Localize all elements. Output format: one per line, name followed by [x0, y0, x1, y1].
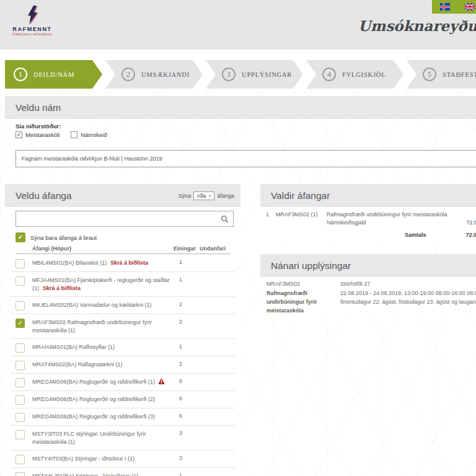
course-checkbox[interactable]: ✓ [15, 378, 25, 387]
iceland-flag-icon[interactable] [440, 3, 450, 11]
course-checkbox[interactable]: ✓ [15, 259, 25, 268]
filter-results-label: Sía niðurstöður: [15, 123, 61, 130]
course-units: 6 [179, 378, 182, 384]
program-section-header: Veldu nám [5, 96, 476, 119]
top-header: RAFMENNT Fræðslusetur rafiðnaðarins Umsó… [0, 0, 476, 50]
search-icon[interactable] [221, 215, 229, 223]
course-name: MREG4MS06(BA) Reglugerðir og rafdreifike… [32, 413, 175, 421]
course-name: MREG4MS06(BA) Reglugerðir og rafdreifike… [32, 378, 175, 386]
rafmennt-logo[interactable]: RAFMENNT Fræðslusetur rafiðnaðarins [6, 5, 58, 36]
course-search-box [15, 211, 234, 227]
selected-fee-amount: 72.000 kr. [415, 219, 476, 226]
program-type-checkbox[interactable]: ✓ Meistaraskóli [15, 131, 60, 138]
course-row: ✓ MREG4MS06(BA) Reglugerðir og rafdreifi… [11, 374, 235, 391]
course-row: ✓ MRAH4MS01(BA) Rafhreyflar (1) 1 [11, 339, 235, 356]
brand-name: RAFMENNT [6, 26, 58, 32]
checkbox[interactable]: ✓ [15, 131, 22, 138]
course-name: MKÆL4MS02(BA) Varmadælur og kælitækni (1… [32, 301, 175, 309]
course-name: MRAH4MS01(BA) Rafhreyflar (1) [32, 343, 175, 351]
waitlist-link[interactable]: Skrá á biðlista [110, 260, 148, 266]
course-name-text: MRAT4MS02(BA) Raflagnatækni (1) [32, 361, 122, 368]
stepper-step[interactable]: 5 STAÐFESTA [407, 60, 476, 89]
course-units: 2 [179, 361, 182, 367]
column-units: Einingar [174, 245, 196, 252]
details-dates: 22.08.2019 - 24.08.2019, 13:00-19:00 08:… [340, 290, 476, 296]
details-schedule: 22.08.2019 - 24.08.2019, 13:00-19:00 08:… [340, 289, 476, 306]
course-panel-header: Veldu áfanga Sýna Alla ∨ áfanga [5, 184, 240, 207]
course-selection-panel: Veldu áfanga Sýna Alla ∨ áfanga ✓ Sýna b… [5, 184, 240, 476]
course-units: 3 [179, 455, 182, 461]
stepper-step[interactable]: 2 UMSÆKJANDI [105, 60, 203, 89]
course-row: ✓ MREG4MS06(BA) Reglugerðir og rafdreifi… [11, 408, 235, 426]
selected-course-code: MRAF3MS02 (1) [276, 211, 318, 218]
step-number-circle: 5 [423, 68, 436, 81]
course-checkbox[interactable]: ✓ [15, 343, 25, 353]
language-bar [432, 0, 476, 14]
course-row: ✓ MSTY4LJ01(BA) Stýringar - ljósleiðarar… [11, 468, 235, 476]
program-select[interactable]: Fagnám meistaraskóla rafvirkjun B-hluti … [15, 150, 476, 167]
step-label: FYLGISKJÖL [342, 71, 386, 78]
selected-panel-title: Valdir áfangar [271, 190, 330, 201]
course-row: ✓ MREG4MS06(BA) Reglugerðir og rafdreifi… [11, 391, 235, 408]
show-courses-select[interactable]: Alla ∨ [193, 192, 214, 200]
details-course-name: Rafmagnsfræði undirbúningur fyrir meista… [267, 289, 328, 315]
stepper-step[interactable]: 4 FYLGISKJÖL [306, 60, 403, 89]
course-name-text: MREG4MS06(BA) Reglugerðir og rafdreifike… [32, 413, 155, 420]
step-number-circle: 1 [14, 68, 27, 81]
course-checkbox[interactable]: ✓ [15, 301, 25, 311]
course-checkbox[interactable]: ✓ [15, 395, 25, 405]
checkbox-label: Meistaraskóli [25, 131, 60, 138]
checkmark-icon: ✓ [18, 234, 23, 240]
course-name-text: MSTY4LJ01(BA) Stýringar - ljósleiðarar (… [32, 473, 138, 476]
course-checkbox[interactable]: ✓ [15, 361, 25, 370]
course-row: ✓ MSTY3IT03 PLC stýringar. Undirbúningur… [11, 426, 235, 451]
course-checkbox[interactable]: ✓ [15, 276, 25, 286]
step-label: STAÐFESTA [443, 71, 476, 78]
course-row: ✓ MSTY4IT03(BA) Stýringar - iðntölvur I … [11, 451, 235, 468]
stepper-step[interactable]: 3 UPPLÝSINGAR [206, 60, 303, 89]
application-page: RAFMENNT Fræðslusetur rafiðnaðarins Umsó… [0, 0, 476, 476]
show-suffix-label: áfanga [217, 193, 234, 199]
track-only-checkbox[interactable]: ✓ [15, 232, 25, 242]
show-prefix-label: Sýna [178, 193, 192, 199]
brand-tagline: Fræðslusetur rafiðnaðarins [6, 33, 58, 36]
course-search-input[interactable] [20, 213, 218, 225]
course-list: ✓ MBIL4MS01(BA) Bilanaleit (1)Skrá á bið… [11, 255, 235, 476]
warning-icon [158, 378, 165, 384]
program-select-value: Fagnám meistaraskóla rafvirkjun B-hluti … [22, 156, 162, 162]
track-only-label: Sýna bara áfanga á braut [30, 234, 97, 241]
course-name: MSTY4LJ01(BA) Stýringar - ljósleiðarar (… [32, 472, 175, 476]
course-checkbox[interactable]: ✓ [15, 413, 25, 422]
program-type-filters: ✓ Meistaraskóli ✓ Námskeið [15, 131, 107, 138]
course-units: 3 [179, 430, 182, 436]
course-name: MFJA4MS01(BA) Fjarskiptakerfi - regluger… [32, 276, 175, 293]
track-only-filter[interactable]: ✓ Sýna bara áfanga á braut [15, 232, 97, 242]
checkmark-icon: ✓ [18, 320, 23, 326]
course-name: MSTY3IT03 PLC stýringar. Undirbúningur f… [32, 430, 175, 446]
course-units: 1 [179, 472, 182, 476]
course-name-text: MKÆL4MS02(BA) Varmadælur og kælitækni (1… [32, 302, 151, 308]
stepper-step[interactable]: 1 DEILD/NÁM [5, 60, 102, 89]
waitlist-link[interactable]: Skrá á biðlista [43, 285, 81, 291]
course-name-text: MSTY4IT03(BA) Stýringar - iðntölvur I (1… [32, 456, 134, 462]
step-label: UPPLÝSINGAR [242, 71, 292, 78]
course-checkbox[interactable]: ✓ [15, 455, 25, 464]
course-name-text: MREG4MS06(BA) Reglugerðir og rafdreifike… [32, 396, 155, 402]
program-type-checkbox[interactable]: ✓ Námskeið [71, 131, 107, 138]
course-checkbox[interactable]: ✓ [15, 430, 25, 439]
course-name-text: MRAF3MS02 Rafmagnsfræði undirbúningur fy… [32, 319, 152, 333]
course-units: 6 [179, 395, 182, 402]
course-row: ✓ MRAF3MS02 Rafmagnsfræði undirbúningur … [11, 314, 235, 339]
selected-courses-panel: Valdir áfangar 1 MRAF3MS02 (1) Rafmagnsf… [260, 184, 476, 246]
course-name-text: MRAH4MS01(BA) Rafhreyflar (1) [32, 344, 115, 350]
show-courses-control: Sýna Alla ∨ áfanga [178, 192, 234, 200]
details-days: fimmtudagur 22. ágúst, föstudagur 23. ág… [340, 299, 476, 305]
uk-flag-icon[interactable] [465, 3, 475, 11]
course-checkbox[interactable]: ✓ [15, 472, 25, 476]
course-row: ✓ MRAT4MS02(BA) Raflagnatækni (1) 2 [11, 356, 235, 374]
course-units: 6 [179, 413, 182, 419]
course-checkbox[interactable]: ✓ [15, 319, 25, 328]
column-course: Áfangi (Hópur) [32, 245, 71, 252]
details-panel-header: Nánari upplýsingar [260, 254, 476, 277]
checkbox[interactable]: ✓ [71, 131, 77, 138]
